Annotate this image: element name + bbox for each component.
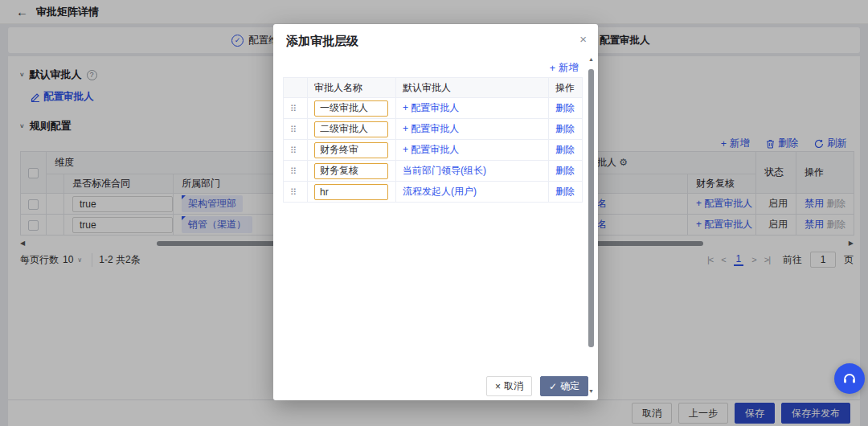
close-icon: × <box>495 381 501 392</box>
help-float-button[interactable] <box>834 363 865 394</box>
drag-handle-icon[interactable]: ⠿ <box>290 166 297 176</box>
modal-confirm-label: 确定 <box>560 379 579 393</box>
drag-handle-icon[interactable]: ⠿ <box>290 104 297 113</box>
level-name-input[interactable] <box>314 163 388 179</box>
level-name-input[interactable] <box>314 184 388 200</box>
plus-icon: + <box>550 63 555 74</box>
delete-link[interactable]: 删除 <box>555 165 575 176</box>
level-name-input[interactable] <box>314 121 388 137</box>
modal-cancel-button[interactable]: × 取消 <box>486 376 532 396</box>
delete-link[interactable]: 删除 <box>555 102 575 113</box>
scroll-down-icon[interactable]: ▼ <box>588 388 594 394</box>
level-row: ⠿ 流程发起人(用户) 删除 <box>284 182 583 203</box>
level-name-input[interactable] <box>314 142 388 158</box>
modal-add-label: 新增 <box>559 61 579 75</box>
modal-cancel-label: 取消 <box>504 379 523 393</box>
default-approver-link[interactable]: 流程发起人(用户) <box>403 186 477 197</box>
delete-link[interactable]: 删除 <box>555 144 575 155</box>
add-approval-level-modal: 添加审批层级 × + 新增 审批人名称 默认审批人 操作 ⠿ + 配置审批人 删… <box>273 24 598 400</box>
check-icon: ✓ <box>549 381 557 392</box>
level-row: ⠿ 当前部门领导(组长) 删除 <box>284 161 583 182</box>
drag-handle-icon[interactable]: ⠿ <box>290 187 297 197</box>
level-row: ⠿ + 配置审批人 删除 <box>284 140 583 161</box>
modal-confirm-button[interactable]: ✓ 确定 <box>540 376 588 396</box>
default-approver-link[interactable]: 当前部门领导(组长) <box>403 165 486 176</box>
default-col-header: 默认审批人 <box>396 78 549 98</box>
modal-title: 添加审批层级 <box>286 34 358 49</box>
drag-col-header <box>284 78 308 98</box>
modal-scrollbar[interactable]: ▲ ▼ <box>588 56 596 394</box>
delete-link[interactable]: 删除 <box>555 123 575 134</box>
default-approver-link[interactable]: + 配置审批人 <box>403 144 459 155</box>
level-row: ⠿ + 配置审批人 删除 <box>284 119 583 140</box>
drag-handle-icon[interactable]: ⠿ <box>290 125 297 134</box>
level-row: ⠿ + 配置审批人 删除 <box>284 98 583 119</box>
approval-levels-table: 审批人名称 默认审批人 操作 ⠿ + 配置审批人 删除 ⠿ + 配置审批人 删除… <box>283 77 583 203</box>
drag-handle-icon[interactable]: ⠿ <box>290 145 297 155</box>
name-col-header: 审批人名称 <box>308 78 396 98</box>
default-approver-link[interactable]: + 配置审批人 <box>403 123 459 134</box>
delete-link[interactable]: 删除 <box>555 186 575 197</box>
modal-scroll-thumb[interactable] <box>588 69 594 347</box>
headset-icon <box>841 371 858 387</box>
level-name-input[interactable] <box>314 100 388 117</box>
close-icon[interactable]: × <box>579 32 587 46</box>
default-approver-link[interactable]: + 配置审批人 <box>403 102 459 113</box>
action-col-header: 操作 <box>549 78 583 98</box>
modal-footer: × 取消 ✓ 确定 <box>486 376 588 396</box>
scroll-up-icon[interactable]: ▲ <box>588 56 594 62</box>
modal-add-button[interactable]: + 新增 <box>550 61 579 75</box>
